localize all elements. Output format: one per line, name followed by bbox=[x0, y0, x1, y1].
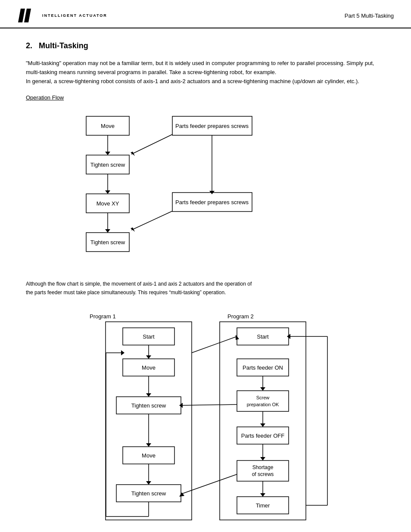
page-content: 2. Multi-Tasking "Multi-tasking" operati… bbox=[0, 28, 411, 532]
middle-line1: Although the flow chart is simple, the m… bbox=[26, 280, 385, 288]
fc2-move2-label: Move bbox=[142, 452, 156, 459]
flowchart-2: Program 1 Program 2 Start Start Move Par… bbox=[26, 305, 353, 529]
svg-marker-1 bbox=[24, 9, 31, 22]
fc2-program1-label: Program 1 bbox=[90, 313, 116, 320]
svg-rect-34 bbox=[237, 391, 289, 411]
fc1-parts1-label: Parts feeder prepares screws bbox=[175, 123, 249, 129]
fc2-partsfeeder-on-label: Parts feeder ON bbox=[243, 364, 283, 371]
logo-area: INTELLIGENT ACTUATOR bbox=[17, 8, 107, 23]
company-name: INTELLIGENT ACTUATOR bbox=[42, 13, 107, 18]
fc2-move1-label: Move bbox=[142, 364, 156, 371]
fc2-shortage-label: of screws bbox=[252, 471, 274, 477]
svg-marker-65 bbox=[121, 350, 125, 355]
svg-marker-5 bbox=[105, 152, 110, 155]
svg-marker-0 bbox=[18, 9, 25, 22]
svg-marker-7 bbox=[131, 152, 135, 156]
fc2-program2-label: Program 2 bbox=[227, 313, 254, 320]
fc2-start2-label: Start bbox=[257, 333, 269, 340]
section-heading: Multi-Tasking bbox=[39, 41, 88, 50]
middle-text: Although the flow chart is simple, the m… bbox=[26, 280, 385, 296]
flowchart-1: Move Parts feeder prepares screws Tighte… bbox=[26, 108, 267, 267]
svg-line-6 bbox=[131, 134, 172, 154]
fc1-tighten1-label: Tighten screw bbox=[90, 162, 125, 168]
fc1-move-label: Move bbox=[101, 123, 115, 129]
intro-paragraph1: "Multi-tasking" operation may not be a f… bbox=[26, 59, 385, 77]
intro-paragraph2: In general, a screw-tightening robot con… bbox=[26, 77, 385, 86]
svg-marker-43 bbox=[146, 443, 151, 447]
fc2-timer-label: Timer bbox=[256, 502, 270, 509]
svg-marker-10 bbox=[105, 190, 110, 194]
svg-text:Screw: Screw bbox=[256, 395, 270, 400]
svg-line-13 bbox=[131, 211, 172, 230]
section-title: 2. Multi-Tasking bbox=[26, 41, 385, 50]
svg-marker-40 bbox=[260, 423, 265, 427]
fc2-screw-prep-label: preparation OK bbox=[247, 402, 279, 407]
fc2-start1-label: Start bbox=[143, 333, 155, 340]
header-part-label: Part 5 Multi-Tasking bbox=[345, 12, 394, 19]
fc2-tighten1-label: Tighten screw bbox=[131, 402, 166, 409]
fc2-tighten2-label: Tighten screw bbox=[131, 490, 166, 497]
logo-icon bbox=[17, 8, 39, 23]
fc1-movexy-label: Move XY bbox=[97, 200, 119, 207]
svg-rect-49 bbox=[237, 460, 289, 481]
svg-marker-48 bbox=[260, 457, 265, 460]
svg-line-52 bbox=[181, 474, 237, 494]
svg-marker-14 bbox=[131, 227, 135, 232]
operation-flow-label: Operation Flow bbox=[26, 94, 385, 101]
svg-line-37 bbox=[181, 404, 237, 405]
section-number: 2. bbox=[26, 41, 32, 50]
svg-marker-30 bbox=[146, 393, 151, 397]
fc2-partsfeeder-off-label: Parts feeder OFF bbox=[241, 432, 284, 439]
svg-marker-55 bbox=[260, 493, 265, 497]
svg-marker-25 bbox=[146, 355, 151, 359]
fc1-parts2-label: Parts feeder prepares screws bbox=[175, 199, 249, 205]
intro-text: "Multi-tasking" operation may not be a f… bbox=[26, 59, 385, 86]
svg-marker-33 bbox=[260, 387, 265, 391]
svg-text:Shortage: Shortage bbox=[252, 464, 274, 470]
fc1-tighten2-label: Tighten screw bbox=[90, 239, 125, 246]
middle-line2: the parts feeder must take place simulta… bbox=[26, 289, 385, 297]
svg-line-26 bbox=[192, 336, 237, 353]
svg-marker-46 bbox=[146, 481, 151, 485]
svg-marker-18 bbox=[105, 229, 110, 233]
page-header: INTELLIGENT ACTUATOR Part 5 Multi-Taskin… bbox=[0, 0, 411, 28]
